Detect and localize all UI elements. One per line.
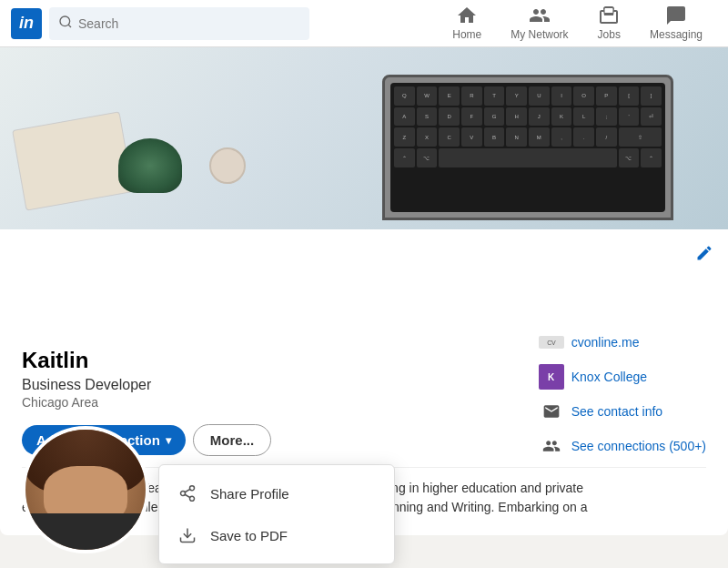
svg-point-0 [60,16,70,26]
key: . [573,127,594,147]
key: Y [506,86,527,106]
profile-wrapper: QWERTYUIOP[] ASDFGHJKL;'⏎ ZXCVBNM,./⇧ ⌃⌥… [0,47,728,535]
key: N [506,127,527,147]
key: U [529,86,550,106]
key: E [439,86,460,106]
download-icon [177,525,197,545]
bio-col-right: king in higher education and private lan… [382,479,706,517]
svg-point-3 [181,492,186,496]
cvonline-link[interactable]: cvonline.me [571,335,640,350]
avatar-face [25,430,146,550]
search-bar[interactable] [49,7,309,40]
key: ⇧ [619,127,662,147]
key [439,148,616,167]
knox-college-item[interactable]: K Knox College [539,364,706,390]
svg-point-4 [190,496,195,501]
chevron-down-icon: ▾ [166,434,171,447]
linkedin-logo[interactable]: in [11,8,42,39]
key: ⌥ [619,148,640,167]
key: / [596,127,617,147]
key: X [417,127,438,147]
svg-line-6 [185,489,190,492]
laptop-screen: QWERTYUIOP[] ASDFGHJKL;'⏎ ZXCVBNM,./⇧ ⌃⌥… [390,83,665,212]
svg-line-5 [185,494,190,497]
cover-plant [118,138,182,211]
key: H [506,107,527,127]
nav-items: Home My Network Jobs Messaging [438,0,717,47]
key: K [551,107,572,127]
key: O [573,86,594,106]
key: L [573,107,594,127]
key: A [394,107,415,127]
cvonline-item[interactable]: CV cvonline.me [539,330,706,355]
bio-text-right: king in higher education and private [382,481,583,495]
key: S [417,107,438,127]
navbar: in Home My Network Jobs Messaging [0,0,728,47]
cover-photo: QWERTYUIOP[] ASDFGHJKL;'⏎ ZXCVBNM,./⇧ ⌃⌥… [0,47,728,229]
key: D [439,107,460,127]
key: J [529,107,550,127]
nav-jobs-label: Jobs [598,28,621,41]
key: I [551,86,572,106]
logo-text: in [19,14,34,33]
share-icon [177,483,197,503]
key: C [439,127,460,147]
nav-my-network[interactable]: My Network [496,0,582,47]
key: V [461,127,482,147]
knox-icon: K [539,364,564,390]
key: ⌥ [417,148,438,167]
cvonline-logo: CV [539,336,564,349]
save-to-pdf-item[interactable]: Save to PDF [159,514,394,556]
edit-pencil-button[interactable] [695,244,713,267]
share-profile-label: Share Profile [210,486,289,502]
cover-bg: QWERTYUIOP[] ASDFGHJKL;'⏎ ZXCVBNM,./⇧ ⌃⌥… [0,47,728,229]
key: B [484,127,505,147]
search-input[interactable] [78,16,300,31]
nav-messaging[interactable]: Messaging [635,0,717,47]
key: F [461,107,482,127]
key: R [461,86,482,106]
key: ; [596,107,617,127]
key: ⌃ [641,148,662,167]
key: [ [619,86,640,106]
cover-notebook [12,111,134,210]
contact-info-link[interactable]: See contact info [571,404,662,419]
nav-mynetwork-label: My Network [511,28,568,41]
knox-college-link[interactable]: Knox College [571,370,647,384]
nav-messaging-label: Messaging [650,28,703,41]
more-button[interactable]: More... [193,424,271,456]
contact-icon [539,399,564,424]
bio-text-right2: lanning and Writing. Embarking on a [382,500,587,514]
save-to-pdf-label: Save to PDF [210,528,288,543]
key: ' [619,107,640,127]
more-dropdown: Share Profile Save to PDF [158,464,395,564]
avatar [22,426,149,553]
key: W [417,86,438,106]
share-profile-item[interactable]: Share Profile [159,472,394,514]
nav-home-label: Home [452,28,481,41]
key: , [551,127,572,147]
more-button-label: More... [210,432,254,448]
key: P [596,86,617,106]
key: ] [641,86,662,106]
key: ⏎ [641,107,662,127]
key: T [484,86,505,106]
nav-home[interactable]: Home [438,0,496,47]
search-icon [58,15,73,33]
key: Q [394,86,415,106]
key: Z [394,127,415,147]
cover-laptop: QWERTYUIOP[] ASDFGHJKL;'⏎ ZXCVBNM,./⇧ ⌃⌥… [382,75,673,220]
cvonline-icon: CV [539,330,564,355]
knox-logo: K [539,364,564,390]
svg-line-1 [68,25,71,27]
plant-leaves [118,138,182,193]
cover-cup [209,147,246,184]
nav-jobs[interactable]: Jobs [583,0,635,47]
key: ⌃ [394,148,415,167]
contact-info-item[interactable]: See contact info [539,399,706,424]
key: G [484,107,505,127]
key: M [529,127,550,147]
svg-point-2 [190,486,195,491]
avatar-clothes [25,513,146,550]
